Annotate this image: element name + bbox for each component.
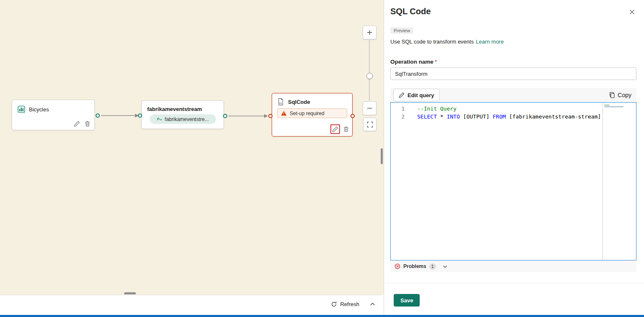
editor-gutter: 12 [391, 103, 411, 260]
problems-count-badge: 1 [429, 263, 436, 270]
zoom-out-button[interactable] [363, 101, 377, 115]
stream-icon [156, 116, 162, 122]
node-sqlcode-title: SqlCode [288, 99, 310, 105]
preview-badge: Preview [390, 27, 413, 34]
svg-text:sql: sql [279, 102, 282, 104]
setup-required-banner: Set-up required [277, 108, 347, 118]
node-bicycles[interactable]: Bicycles [12, 100, 95, 130]
zoom-slider-handle[interactable] [366, 73, 373, 79]
required-asterisk: * [434, 59, 437, 65]
operation-name-input[interactable] [390, 67, 636, 80]
edit-pencil-icon[interactable] [332, 126, 338, 132]
fit-to-screen-button[interactable] [363, 118, 377, 131]
panel-title: SQL Code [390, 7, 431, 16]
node-sqlcode[interactable]: sql SqlCode Set-up required [272, 93, 353, 137]
learn-more-link[interactable]: Learn more [476, 39, 504, 45]
zoom-in-button[interactable] [363, 26, 377, 39]
copy-button[interactable]: Copy [609, 92, 631, 98]
sql-code-panel: SQL Code Preview Use SQL code to transfo… [384, 0, 644, 315]
node-eventstream-title: fabrikameventstream [147, 106, 202, 112]
problems-label: Problems [403, 263, 426, 269]
port-eventstream-output[interactable] [223, 114, 227, 118]
editor-toolbar: Edit query Copy [390, 88, 636, 102]
editor-minimap[interactable] [602, 103, 636, 260]
vertical-scrollbar[interactable] [381, 148, 383, 164]
sql-document-icon: sql [277, 98, 284, 106]
refresh-label: Refresh [340, 301, 359, 307]
refresh-icon [331, 301, 337, 307]
port-sqlcode-input[interactable] [268, 114, 273, 118]
warning-icon [281, 111, 287, 116]
bottom-accent-strip [0, 315, 644, 317]
minimap-line [604, 106, 623, 107]
operation-name-label: Operation name* [390, 59, 437, 65]
canvas-footer: Refresh [0, 295, 382, 313]
save-button[interactable]: Save [394, 294, 420, 307]
node-bicycles-title: Bicycles [29, 106, 49, 113]
eventstream-canvas[interactable]: Bicycles fabrikameventstream fabrikameve… [0, 0, 384, 295]
port-bicycles-output[interactable] [96, 113, 100, 118]
sql-code-editor[interactable]: 12 --Init QuerySELECT * INTO [OUTPUT] FR… [390, 102, 636, 260]
delete-trash-icon[interactable] [343, 126, 349, 132]
pencil-highlight-box [330, 124, 340, 134]
edit-query-button[interactable]: Edit query [393, 89, 440, 101]
node-fabrikameventstream[interactable]: fabrikameventstream fabrikameventstre... [141, 101, 224, 129]
close-icon[interactable] [627, 7, 636, 16]
edit-pencil-icon[interactable] [74, 121, 80, 127]
stream-badge[interactable]: fabrikameventstre... [150, 114, 216, 124]
edge-connections [0, 0, 384, 295]
copy-icon [609, 92, 615, 98]
stream-badge-label: fabrikameventstre... [165, 116, 209, 122]
bicycles-dataset-icon [18, 106, 25, 113]
plus-icon [366, 29, 373, 36]
delete-trash-icon[interactable] [84, 121, 91, 127]
edit-pencil-icon [399, 92, 405, 98]
minus-icon [366, 105, 373, 111]
zoom-slider-track [369, 40, 370, 101]
error-circle-icon [395, 263, 400, 269]
description-text: Use SQL code to transform events [390, 39, 474, 45]
panel-description: Use SQL code to transform events Learn m… [390, 39, 504, 45]
problems-bar[interactable]: Problems 1 [390, 260, 636, 272]
refresh-button[interactable]: Refresh [331, 301, 359, 307]
port-sqlcode-output[interactable] [351, 114, 355, 118]
copy-label: Copy [618, 92, 631, 98]
collapse-chevron-up-icon[interactable] [369, 301, 376, 307]
panel-divider [384, 283, 644, 283]
setup-required-label: Set-up required [290, 111, 325, 116]
minimap-line [604, 105, 610, 106]
chevron-down-icon[interactable] [442, 264, 448, 269]
port-eventstream-input[interactable] [138, 113, 142, 118]
horizontal-scrollbar[interactable] [124, 292, 136, 294]
fit-to-screen-icon [367, 121, 373, 128]
edit-query-label: Edit query [408, 92, 434, 98]
